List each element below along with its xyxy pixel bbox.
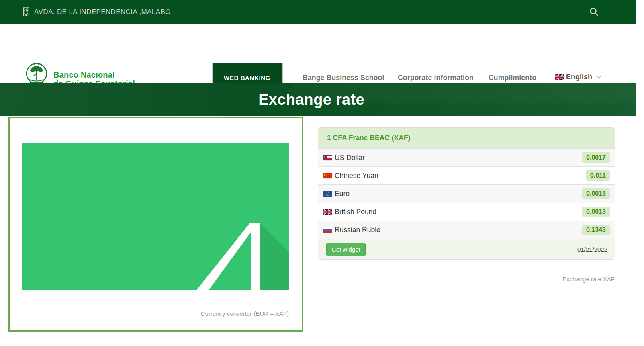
converter-caption: Currency converter (EUR – XAF)	[201, 310, 289, 317]
exchange-rates-table: 1 CFA Franc BEAC (XAF) US Dollar 0.0017 …	[318, 127, 615, 260]
exchange-rate-link[interactable]: Exchange rate	[562, 276, 601, 283]
currency-rate-value: 0.1343	[582, 225, 610, 235]
building-icon	[23, 7, 31, 16]
page-title-banner: Exchange rate	[0, 83, 636, 116]
language-label: English	[566, 73, 592, 81]
currency-name: Euro	[335, 190, 350, 198]
currency-name: US Dollar	[335, 154, 365, 162]
gb-flag-icon	[323, 209, 332, 215]
currency-rate-value: 0.0015	[582, 188, 610, 199]
nav-cumplimiento[interactable]: Cumplimiento	[489, 74, 536, 82]
page-title: Exchange rate	[258, 91, 364, 109]
rates-table-footer: Get widget 01/21/2022	[318, 239, 615, 259]
currency-name: Russian Ruble	[335, 226, 380, 234]
ru-flag-icon	[323, 227, 332, 233]
rates-date: 01/21/2022	[577, 246, 607, 253]
currency-converter-box: Currency converter (EUR – XAF)	[8, 117, 303, 332]
rate-row: Chinese Yuan 0.011	[318, 166, 615, 184]
chevron-down-icon	[596, 75, 602, 79]
uk-flag-icon	[555, 74, 564, 80]
currency-rate-value: 0.011	[586, 170, 610, 181]
rates-rows: US Dollar 0.0017 Chinese Yuan 0.011 Euro…	[318, 148, 615, 239]
bank-name-line1: Banco Nacional	[53, 70, 135, 79]
rate-row: US Dollar 0.0017	[318, 148, 615, 166]
search-icon[interactable]	[589, 7, 599, 17]
nav-corporate-information[interactable]: Corporate information	[398, 74, 474, 82]
site-header: BANGE Banco Nacional de Guinea Ecuatoria…	[0, 24, 636, 83]
rate-row: Russian Ruble 0.1343	[318, 221, 615, 239]
currency-name: British Pound	[335, 208, 376, 216]
branch-address: AVDA. DE LA INDEPENDENCIA ,MALABO	[34, 8, 171, 16]
currency-converter-widget-image[interactable]	[22, 143, 289, 290]
page: AVDA. DE LA INDEPENDENCIA ,MALABO	[0, 0, 644, 346]
cn-flag-icon	[323, 173, 332, 178]
rates-table-title: 1 CFA Franc BEAC (XAF)	[318, 128, 615, 148]
currency-rate-value: 0.0017	[582, 152, 610, 163]
get-widget-button[interactable]: Get widget	[326, 243, 366, 256]
source-links: Exchange rate XAF	[562, 276, 615, 283]
nav-bange-business-school[interactable]: Bange Business School	[303, 74, 384, 82]
us-flag-icon	[323, 155, 332, 160]
rate-row: Euro 0.0015	[318, 184, 615, 203]
currency-rate-value: 0.0013	[582, 207, 610, 217]
language-selector[interactable]: English	[555, 73, 602, 81]
currency-name: Chinese Yuan	[335, 172, 378, 180]
eu-flag-icon	[323, 191, 332, 197]
topbar: AVDA. DE LA INDEPENDENCIA ,MALABO	[0, 0, 636, 24]
xaf-link[interactable]: XAF	[603, 276, 615, 283]
rate-row: British Pound 0.0013	[318, 203, 615, 221]
